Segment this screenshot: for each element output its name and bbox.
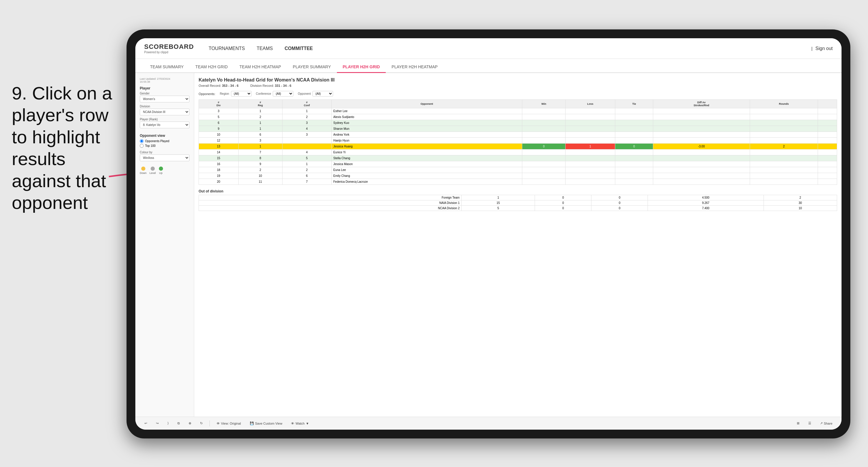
out-div-cell: 0 <box>591 195 648 200</box>
tab-team-summary[interactable]: TEAM SUMMARY <box>144 62 189 73</box>
nav-tournaments[interactable]: TOURNAMENTS <box>209 46 245 51</box>
table-cell: Haeijo Hyun <box>331 138 522 144</box>
division-dropdown[interactable]: NCAA Division III <box>140 108 189 115</box>
misc-btn[interactable]: ⊕ <box>185 420 194 427</box>
radio-top100[interactable]: Top 100 <box>140 144 189 148</box>
table-cell <box>750 173 818 179</box>
table-cell <box>522 155 565 161</box>
table-cell: 20 <box>199 179 239 185</box>
table-cell <box>750 138 818 144</box>
tab-player-summary[interactable]: PLAYER SUMMARY <box>287 62 337 73</box>
tab-team-h2h-heatmap[interactable]: TEAM H2H HEATMAP <box>234 62 287 73</box>
level-dot <box>151 166 155 171</box>
table-cell: Stella Chang <box>331 155 522 161</box>
table-cell: 15 <box>199 155 239 161</box>
table-row[interactable]: 131Jessica Huang010-3.002 <box>199 144 837 150</box>
table-cell <box>653 114 750 120</box>
forward-btn[interactable]: ⟩ <box>164 420 172 427</box>
right-content: Katelyn Vo Head-to-Head Grid for Women's… <box>194 73 841 417</box>
nav-sign-out[interactable]: Sign out <box>815 46 833 51</box>
table-row[interactable]: 522Alexis Sudjianto <box>199 114 837 120</box>
save-custom-btn[interactable]: 💾 Save Custom View <box>247 420 286 427</box>
table-row[interactable]: 19106Emily Chang <box>199 173 837 179</box>
watch-chevron: ▼ <box>306 422 309 425</box>
table-cell <box>522 161 565 167</box>
grid-icon-btn[interactable]: ⊞ <box>794 420 803 427</box>
table-cell: 10 <box>199 132 239 138</box>
table-cell: Emily Chang <box>331 173 522 179</box>
table-cell: 1 <box>238 126 282 132</box>
table-row[interactable]: 1063Andrea York <box>199 132 837 138</box>
table-row[interactable]: 1691Jessica Mason <box>199 161 837 167</box>
conference-filter-label: Conference <box>256 92 271 95</box>
panel-updated: Last Updated: 27/03/2024 16:55:38 <box>140 77 189 83</box>
table-row[interactable]: 1474Eunice Yi <box>199 150 837 155</box>
region-filter-label: Region <box>220 92 229 95</box>
table-row[interactable]: 311Esther Lee <box>199 108 837 114</box>
division-record-value: 331 - 34 - 6 <box>275 84 291 87</box>
tab-player-h2h-grid[interactable]: PLAYER H2H GRID <box>337 62 386 73</box>
tab-team-h2h-grid[interactable]: TEAM H2H GRID <box>189 62 234 73</box>
refresh-btn[interactable]: ↻ <box>197 420 206 427</box>
table-cell <box>615 179 653 185</box>
share-btn[interactable]: ↗ Share <box>817 420 836 427</box>
col-header-conf: #Conf <box>282 100 331 108</box>
table-row[interactable]: 613Sydney Kuo <box>199 120 837 126</box>
legend-level: Level <box>150 166 156 175</box>
table-cell <box>653 167 750 173</box>
table-cell: 6 <box>282 173 331 179</box>
table-row[interactable]: 1585Stella Chang <box>199 155 837 161</box>
table-cell: 6 <box>238 132 282 138</box>
table-cell: 0 <box>615 144 653 150</box>
tablet-screen: SCOREBOARD Powered by clippd TOURNAMENTS… <box>135 38 841 430</box>
nav-teams[interactable]: TEAMS <box>256 46 273 51</box>
nav-committee[interactable]: COMMITTEE <box>284 46 313 51</box>
table-cell: 12 <box>199 138 239 144</box>
out-div-cell: 1 <box>461 195 535 200</box>
table-cell <box>653 132 750 138</box>
gender-dropdown[interactable]: Women's <box>140 96 189 102</box>
table-cell <box>565 161 615 167</box>
table-cell: 5 <box>199 114 239 120</box>
redo-btn[interactable]: ↪ <box>153 420 162 427</box>
watch-btn[interactable]: 👁 Watch ▼ <box>288 420 312 427</box>
table-cell: 4 <box>282 126 331 132</box>
table-cell <box>750 167 818 173</box>
table-cell <box>522 150 565 155</box>
table-row[interactable]: 1822Euna Lee <box>199 167 837 173</box>
scene: 9. Click on a player's row to highlight … <box>0 0 868 467</box>
table-cell <box>615 126 653 132</box>
table-cell <box>565 150 615 155</box>
undo-btn[interactable]: ↩ <box>141 420 150 427</box>
player-rank-dropdown[interactable]: 8. Katelyn Vo <box>140 122 189 128</box>
radio-opponents-played[interactable]: Opponents Played <box>140 139 189 143</box>
out-div-cell: 10 <box>764 206 837 211</box>
table-cell <box>522 179 565 185</box>
table-row[interactable]: 20117Federica Domecq Lacroze <box>199 179 837 185</box>
up-dot <box>159 166 163 171</box>
table-cell <box>565 138 615 144</box>
table-cell: 18 <box>199 167 239 173</box>
left-panel: Last Updated: 27/03/2024 16:55:38 Player… <box>135 73 194 417</box>
opponent-view-title: Opponent view <box>140 133 189 138</box>
save-custom-label: Save Custom View <box>255 422 282 425</box>
view-original-btn[interactable]: 👁 View: Original <box>213 420 244 427</box>
conference-filter-select[interactable]: (All) <box>273 91 293 96</box>
tab-player-h2h-heatmap[interactable]: PLAYER H2H HEATMAP <box>386 62 444 73</box>
filter-conference: Conference (All) <box>256 91 293 96</box>
colour-by-dropdown[interactable]: Win/loss <box>140 155 189 161</box>
region-filter-select[interactable]: (All) <box>231 91 252 96</box>
filters-row: Opponents: Region (All) Conference (All) <box>198 91 837 96</box>
table-row[interactable]: 914Sharon Mun <box>199 126 837 132</box>
legend-up: Up <box>159 166 163 175</box>
table-cell <box>282 138 331 144</box>
col-header-tie: Tie <box>615 100 653 108</box>
table-cell <box>565 155 615 161</box>
table-cell: 13 <box>199 144 239 150</box>
table-icon-btn[interactable]: ☰ <box>805 420 814 427</box>
table-row[interactable]: 123Haeijo Hyun <box>199 138 837 144</box>
col-header-reg: #Reg <box>238 100 282 108</box>
table-cell: 2 <box>238 114 282 120</box>
copy-btn[interactable]: ⧉ <box>174 420 183 427</box>
opponent-filter-select[interactable]: (All) <box>312 91 333 96</box>
